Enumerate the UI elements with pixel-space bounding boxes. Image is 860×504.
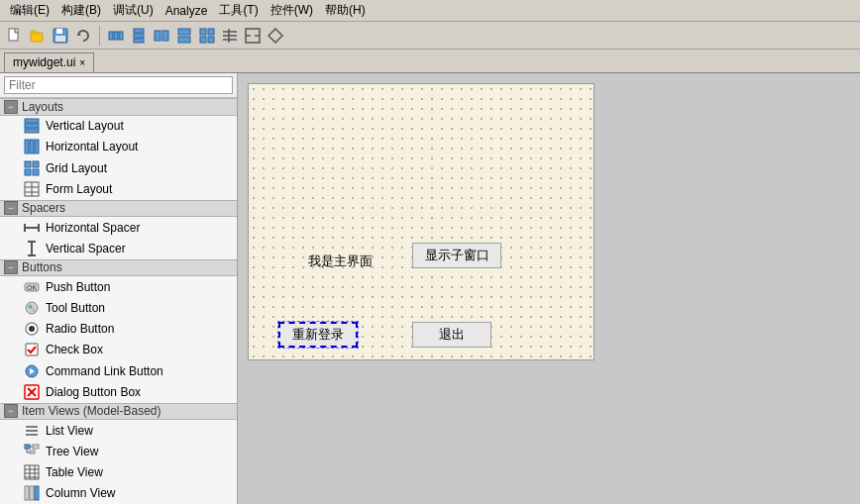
svg-text:OK: OK (27, 284, 37, 291)
sidebar-item-vertical-layout[interactable]: Vertical Layout (0, 116, 237, 137)
menu-help[interactable]: 帮助(H) (319, 0, 372, 21)
canvas-area: 我是主界面 显示子窗口 重新登录 退出 (238, 73, 860, 504)
table-view-label: Table View (46, 465, 103, 479)
canvas-relogin-button[interactable]: 重新登录 (278, 322, 358, 348)
svg-rect-36 (25, 169, 31, 175)
tree-view-icon (24, 444, 40, 459)
horizontal-layout-icon (24, 139, 40, 154)
svg-rect-14 (178, 29, 190, 35)
filter-input[interactable] (4, 76, 233, 94)
sidebar-item-dialog-button-box[interactable]: Dialog Button Box (0, 381, 237, 402)
menu-analyze[interactable]: Analyze (160, 2, 214, 20)
svg-rect-18 (200, 37, 206, 43)
toolbar-open-btn[interactable] (27, 25, 49, 47)
svg-text:🔧: 🔧 (27, 303, 37, 313)
svg-rect-13 (162, 31, 168, 41)
check-box-icon (24, 342, 40, 357)
svg-rect-33 (35, 140, 39, 153)
menu-edit[interactable]: 编辑(E) (4, 0, 55, 21)
svg-rect-32 (30, 140, 34, 153)
vertical-layout-icon (24, 118, 40, 134)
section-collapse-icon: − (4, 100, 18, 114)
svg-rect-12 (155, 31, 161, 41)
toolbar-layout-form-btn[interactable] (219, 25, 241, 47)
toolbar-layout-expand-btn[interactable] (265, 25, 286, 47)
svg-rect-34 (25, 161, 31, 167)
canvas-show-sub-button[interactable]: 显示子窗口 (412, 243, 501, 268)
toolbar-layout-grid-btn[interactable] (196, 25, 218, 47)
tool-button-label: Tool Button (46, 301, 105, 315)
svg-rect-7 (114, 32, 118, 40)
sidebar-item-tree-view[interactable]: Tree View (0, 441, 237, 461)
toolbar-layout-split-h-btn[interactable] (151, 25, 172, 47)
svg-rect-15 (178, 37, 190, 43)
push-button-icon: OK (24, 279, 40, 295)
toolbar-layout-v-btn[interactable] (128, 25, 150, 47)
filter-bar (0, 73, 237, 98)
section-buttons-header[interactable]: − Buttons (0, 259, 237, 277)
list-view-label: List View (46, 424, 93, 438)
toolbar-save-btn[interactable] (50, 25, 71, 47)
menu-tools[interactable]: 工具(T) (213, 0, 264, 21)
sidebar-item-push-button[interactable]: OK Push Button (0, 276, 237, 297)
menu-build[interactable]: 构建(B) (55, 0, 107, 21)
sidebar-item-column-view[interactable]: Column View (0, 483, 237, 504)
sidebar-item-check-box[interactable]: Check Box (0, 340, 237, 360)
section-itemviews-header[interactable]: − Item Views (Model-Based) (0, 403, 237, 421)
grid-layout-icon (24, 160, 40, 176)
push-button-label: Push Button (46, 280, 110, 294)
toolbar-new-btn[interactable] (4, 25, 26, 47)
sidebar-item-tool-button[interactable]: 🔧 Tool Button (0, 297, 237, 318)
sidebar-item-command-link-button[interactable]: Command Link Button (0, 360, 237, 381)
tabbar: mywidget.ui × (0, 50, 860, 73)
tab-mywidget[interactable]: mywidget.ui × (4, 52, 94, 72)
radio-button-icon (24, 321, 40, 337)
svg-rect-10 (134, 34, 144, 38)
svg-rect-16 (200, 29, 206, 35)
toolbar-layout-break-btn[interactable] (242, 25, 264, 47)
menu-debug[interactable]: 调试(U) (107, 0, 160, 21)
sidebar-item-form-layout[interactable]: Form Layout (0, 178, 237, 199)
svg-rect-9 (134, 29, 144, 33)
svg-rect-5 (55, 36, 65, 42)
tab-label: mywidget.ui (13, 55, 75, 69)
toolbar-layout-split-v-btn[interactable] (173, 25, 195, 47)
svg-rect-8 (119, 32, 123, 40)
svg-rect-37 (33, 169, 39, 175)
vertical-spacer-label: Vertical Spacer (46, 242, 126, 255)
sidebar-item-horizontal-layout[interactable]: Horizontal Layout (0, 137, 237, 157)
section-spacers-header[interactable]: − Spacers (0, 200, 237, 218)
sidebar-item-radio-button[interactable]: Radio Button (0, 319, 237, 340)
sidebar-item-table-view[interactable]: Table View (0, 462, 237, 483)
svg-rect-28 (25, 119, 39, 123)
svg-rect-31 (25, 140, 29, 153)
svg-rect-2 (31, 31, 36, 34)
column-view-label: Column View (46, 486, 115, 500)
section-buttons-label: Buttons (22, 260, 62, 274)
table-view-icon (24, 464, 40, 480)
section-layouts-header[interactable]: − Layouts (0, 98, 237, 116)
svg-rect-77 (35, 486, 39, 500)
toolbar-layout-h-btn[interactable] (105, 25, 127, 47)
menu-widgets[interactable]: 控件(W) (265, 0, 319, 21)
dialog-button-box-icon (24, 384, 40, 400)
form-layout-label: Form Layout (46, 182, 112, 196)
sidebar-item-vertical-spacer[interactable]: Vertical Spacer (0, 238, 237, 258)
svg-rect-65 (33, 445, 39, 449)
sidebar-item-grid-layout[interactable]: Grid Layout (0, 157, 237, 178)
sidebar-item-horizontal-spacer[interactable]: Horizontal Spacer (0, 217, 237, 238)
svg-rect-35 (33, 161, 39, 167)
vertical-spacer-icon (24, 241, 40, 256)
canvas-quit-button[interactable]: 退出 (412, 322, 491, 348)
svg-rect-17 (208, 29, 214, 35)
toolbar-file-section (4, 25, 94, 47)
sidebar-item-list-view[interactable]: List View (0, 420, 237, 441)
svg-rect-68 (30, 451, 35, 454)
main-area: − Layouts Vertical Layout Horizontal Lay… (0, 73, 860, 504)
toolbar-refresh-btn[interactable] (72, 25, 94, 47)
dialog-button-box-label: Dialog Button Box (46, 385, 141, 399)
radio-button-label: Radio Button (46, 322, 114, 336)
designer-canvas[interactable]: 我是主界面 显示子窗口 重新登录 退出 (248, 83, 594, 360)
menubar: 编辑(E) 构建(B) 调试(U) Analyze 工具(T) 控件(W) 帮助… (0, 0, 860, 22)
tab-close-icon[interactable]: × (79, 57, 85, 68)
